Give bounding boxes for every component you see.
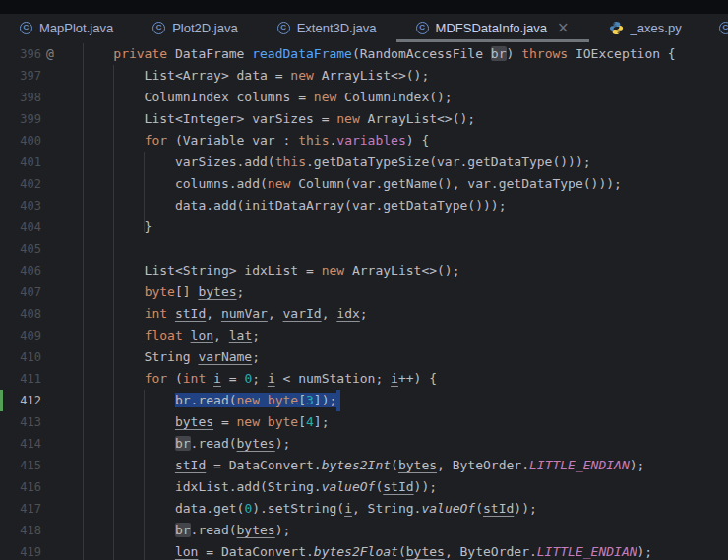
line-number[interactable]: 416 [0,476,41,498]
code-token: = DataConvert. [206,458,321,472]
code-token: 4 [306,414,314,429]
line-number[interactable]: 411 [0,368,41,390]
line-number[interactable]: 405 [0,238,41,260]
line-number[interactable]: 397 [0,65,41,87]
code-token: ArrayList<>(); [314,68,429,83]
code-token: ).setString( [252,501,344,516]
code-token: ); [637,544,653,559]
line-number[interactable]: 419 [0,541,41,560]
code-token: ); [275,523,291,537]
line-number[interactable]: 404 [0,217,41,238]
java-class-icon: C [416,22,429,34]
annotation-gutter-icon[interactable]: @ [46,43,54,65]
code-text: int stId, numVar, varId, idx; [83,303,368,325]
code-token: , [268,306,283,321]
code-token: Column(var.getName(), var.getDataType())… [290,176,622,191]
code-token: , ByteOrder. [437,458,529,472]
line-number[interactable]: 415 [0,455,41,476]
code-token: )); [514,501,536,516]
tab--axes-py[interactable]: _axes.py [589,14,701,42]
code-token: ; [237,284,245,299]
code-token: ) { [406,133,429,148]
code-text: List<Integer> varSizes = new ArrayList<>… [83,108,475,130]
code-token: 3 [306,393,314,407]
line-number[interactable]: 414 [0,433,41,455]
code-text: List<String> idxList = new ArrayList<>()… [83,260,460,281]
code-text: } [83,217,152,238]
code-line: 396@ private DataFrame readDataFrame(Ran… [0,43,728,65]
code-line: 411 for (int i = 0; i < numStation; i++)… [0,368,728,390]
code-token: idx [336,306,359,321]
line-number[interactable]: 413 [0,411,41,433]
code-token: throws [521,46,568,61]
line-number[interactable]: 410 [0,346,41,368]
code-editor[interactable]: 396@ private DataFrame readDataFrame(Ran… [0,42,728,560]
code-text: float lon, lat; [83,325,260,346]
code-text: private DataFrame readDataFrame(RandomAc… [83,43,676,65]
code-text: data.add(initDataArray(var.getDataType()… [83,195,506,217]
line-number[interactable]: 412 [0,390,41,411]
code-text: lon = DataConvert.bytes2Float(bytes, Byt… [83,541,652,560]
code-token: )); [414,479,437,494]
code-line: 419 lon = DataConvert.bytes2Float(bytes,… [0,541,728,560]
line-number[interactable]: 418 [0,520,41,541]
code-token: ); [630,458,645,472]
code-text: br.read(bytes); [83,520,290,541]
code-line: 397 List<Array> data = new ArrayList<>()… [0,65,728,87]
code-token: , [213,328,229,342]
code-token: new [314,90,336,104]
line-number[interactable]: 399 [0,108,41,130]
line-number[interactable]: 407 [0,281,41,303]
code-token [260,414,268,429]
code-token: int [183,371,206,386]
line-number[interactable]: 403 [0,195,41,217]
tab-mdfsdatainfo-java[interactable]: CMDFSDataInfo.java× [396,14,589,42]
line-number[interactable]: 398 [0,87,41,108]
line-number[interactable]: 402 [0,173,41,195]
code-token: ( [391,458,398,472]
code-line: 404 } [0,217,728,238]
code-text: data.get(0).setString(i, String.valueOf(… [83,498,537,520]
code-token: data.get( [83,501,244,516]
tab-label: Extent3D.java [297,21,377,35]
code-line: 398 ColumnIndex columns = new ColumnInde… [0,87,728,108]
tab-label: Plot2D.java [172,21,237,35]
code-line: 399 List<Integer> varSizes = new ArrayLi… [0,108,728,130]
line-number[interactable]: 409 [0,325,41,346]
code-line: 409 float lon, lat; [0,325,728,346]
code-token: new [268,176,290,191]
tab-extent3d-java[interactable]: CExtent3D.java [258,14,396,42]
code-token: = [221,371,244,386]
close-tab-icon[interactable]: × [557,21,570,35]
code-token: this [298,133,329,148]
code-token: bytes [406,544,445,559]
code-token [83,371,145,386]
tab-mapplot-java[interactable]: CMapPlot.java [0,14,133,42]
line-number[interactable]: 417 [0,498,41,520]
line-number[interactable]: 406 [0,260,41,281]
code-line: 417 data.get(0).setString(i, String.valu… [0,498,728,520]
code-token: new [322,263,344,278]
code-line: 412 br.read(new byte[3]); [0,390,728,411]
line-number[interactable]: 400 [0,130,41,152]
code-line: 415 stId = DataConvert.bytes2Int(bytes, … [0,455,728,476]
code-token: new [290,68,313,83]
line-number[interactable]: 401 [0,152,41,173]
line-number[interactable]: 408 [0,303,41,325]
code-text: String varName; [83,346,260,368]
line-number[interactable]: 396 [0,43,41,65]
tab-plot2d-java[interactable]: CPlot2D.java [133,14,257,42]
code-token [83,414,175,429]
code-token: ); [275,436,291,451]
code-line: 406 List<String> idxList = new ArrayList… [0,260,728,281]
code-token: data.add(initDataArray(var.getDataType()… [83,198,506,213]
java-class-icon: C [20,22,32,34]
code-token: = DataConvert. [198,544,313,559]
code-token: LITTLE_ENDIAN [529,458,630,472]
python-file-icon [609,21,624,35]
code-token: bytes [175,414,213,429]
selection-tail [336,390,340,411]
code-token: [] [175,284,198,299]
code-token: [ [298,393,306,407]
code-token: varId [283,306,322,321]
